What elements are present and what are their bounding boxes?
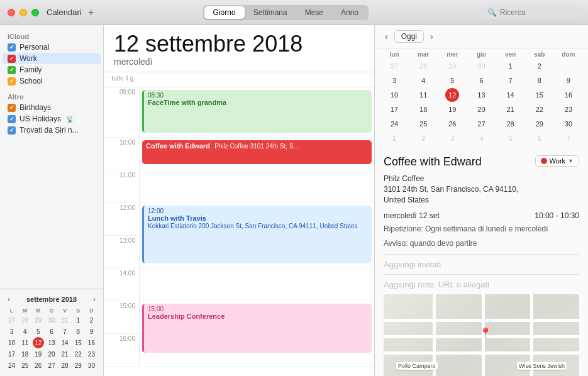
tab-settimana[interactable]: Settimana [245, 6, 296, 19]
mini-cal-day[interactable]: 3 [6, 326, 18, 337]
mini-month-day[interactable]: 26 [445, 117, 459, 131]
mini-month-day[interactable]: 3 [445, 131, 459, 145]
mini-month-day[interactable]: 10 [387, 88, 401, 102]
sidebar-item-family[interactable]: Family [3, 64, 101, 75]
mini-cal-day[interactable]: 14 [59, 337, 70, 348]
mini-month-day[interactable]: 24 [387, 117, 401, 131]
event-detail-add-notes[interactable]: Aggiungi note, URL o allegati [384, 280, 579, 289]
mini-cal-day[interactable]: 29 [33, 314, 44, 326]
checkbox-school[interactable] [8, 77, 16, 86]
mini-cal-day[interactable]: 18 [19, 348, 31, 360]
mini-cal-day[interactable]: 8 [72, 326, 84, 337]
mini-cal-prev[interactable]: ‹ [5, 294, 13, 304]
mini-month-day[interactable]: 5 [504, 131, 518, 145]
mini-cal-day[interactable]: 28 [19, 314, 31, 326]
mini-month-day[interactable]: 4 [474, 131, 488, 145]
mini-cal-next[interactable]: › [91, 294, 98, 304]
search-input[interactable] [500, 8, 575, 17]
close-button[interactable] [8, 9, 15, 16]
mini-month-day[interactable]: 1 [504, 59, 518, 73]
mini-month-day[interactable]: 2 [416, 131, 430, 145]
mini-cal-day[interactable]: 21 [59, 348, 70, 360]
mini-cal-day[interactable]: 7 [59, 326, 70, 337]
checkbox-birthdays[interactable] [8, 104, 16, 112]
sidebar-item-personal[interactable]: Personal [3, 41, 101, 53]
mini-cal-day[interactable]: 5 [33, 326, 44, 337]
oggi-button[interactable]: Oggi [394, 30, 424, 43]
mini-cal-day[interactable]: 27 [46, 360, 57, 371]
event-detail-map[interactable]: 📍 Pollo Campero Wise Sons Jewish [384, 294, 579, 376]
day-scroll[interactable]: tutto il g. 09:00 08:30 FaceTime with gr… [104, 72, 374, 376]
mini-month-day[interactable]: 27 [387, 59, 401, 73]
mini-month-day[interactable]: 6 [474, 74, 488, 87]
minimize-button[interactable] [19, 9, 27, 16]
mini-cal-day[interactable]: 4 [19, 326, 31, 337]
mini-month-day[interactable]: 4 [416, 74, 430, 87]
mini-cal-day[interactable]: 11 [19, 337, 31, 348]
event-facetime[interactable]: 08:30 FaceTime with grandma [142, 90, 372, 133]
mini-month-day[interactable]: 18 [416, 102, 430, 116]
checkbox-family[interactable] [8, 66, 16, 74]
tab-giorno[interactable]: Giorno [204, 6, 245, 19]
checkbox-work[interactable] [8, 55, 16, 63]
sidebar-item-birthdays[interactable]: Birthdays [3, 102, 101, 113]
mini-month-day[interactable]: 2 [533, 59, 546, 73]
mini-month-day[interactable]: 25 [416, 117, 430, 131]
mini-month-day[interactable]: 16 [562, 88, 575, 102]
mini-cal-day[interactable]: 24 [6, 360, 18, 371]
sidebar-item-siri[interactable]: Trovati da Siri n... [3, 124, 101, 136]
mini-cal-day[interactable]: 30 [46, 314, 57, 326]
mini-month-day[interactable]: 7 [562, 131, 575, 145]
mini-month-day[interactable]: 13 [474, 88, 488, 102]
mini-cal-day[interactable]: 17 [6, 348, 18, 360]
tab-mese[interactable]: Mese [296, 6, 332, 19]
mini-month-day[interactable]: 11 [416, 88, 430, 102]
event-detail-add-guests[interactable]: Aggiungi invitati [384, 260, 579, 269]
mini-month-day[interactable]: 28 [416, 59, 430, 73]
mini-cal-day[interactable]: 16 [86, 337, 97, 348]
mini-cal-day[interactable]: 2 [86, 314, 97, 326]
mini-cal-day[interactable]: 28 [59, 360, 70, 371]
mini-month-day[interactable]: 27 [474, 117, 488, 131]
mini-month-day[interactable]: 17 [387, 102, 401, 116]
sidebar-item-usholidays[interactable]: US Holidays 📡 [3, 113, 101, 124]
mini-cal-day[interactable]: 9 [86, 326, 97, 337]
mini-month-day[interactable]: 14 [504, 88, 518, 102]
mini-cal-day[interactable]: 10 [6, 337, 18, 348]
checkbox-personal[interactable] [8, 43, 16, 52]
mini-month-day[interactable]: 21 [504, 102, 518, 116]
event-coffee[interactable]: Coffee with Edward Philz Coffee 3101 24t… [142, 140, 372, 164]
mini-cal-day[interactable]: 20 [46, 348, 57, 360]
mini-cal-day[interactable]: 29 [72, 360, 84, 371]
mini-month-day[interactable]: 15 [533, 88, 546, 102]
mini-month-day[interactable]: 8 [533, 74, 546, 87]
mini-month-next[interactable]: › [426, 30, 437, 43]
mini-cal-day-today[interactable]: 12 [33, 337, 44, 348]
mini-month-day[interactable]: 30 [474, 59, 488, 73]
mini-cal-day[interactable]: 13 [46, 337, 57, 348]
mini-month-day[interactable]: 19 [445, 102, 459, 116]
mini-month-day[interactable]: 1 [387, 131, 401, 145]
add-calendar-button[interactable]: + [86, 7, 97, 18]
mini-cal-day[interactable]: 30 [86, 360, 97, 371]
sidebar-item-school[interactable]: School [3, 75, 101, 87]
mini-month-day[interactable]: 29 [445, 59, 459, 73]
mini-cal-day[interactable]: 23 [86, 348, 97, 360]
mini-month-day[interactable]: 9 [562, 74, 575, 87]
mini-month-day[interactable]: 5 [445, 74, 459, 87]
checkbox-usholidays[interactable] [8, 115, 16, 123]
mini-month-day[interactable]: 20 [474, 102, 488, 116]
mini-cal-day[interactable]: 25 [19, 360, 31, 371]
mini-cal-day[interactable]: 27 [6, 314, 18, 326]
mini-cal-day[interactable]: 19 [33, 348, 44, 360]
mini-month-day[interactable]: 22 [533, 102, 546, 116]
checkbox-siri[interactable] [8, 126, 16, 135]
mini-month-day[interactable]: 23 [562, 102, 575, 116]
fullscreen-button[interactable] [31, 9, 39, 16]
mini-cal-day[interactable]: 15 [72, 337, 84, 348]
tab-anno[interactable]: Anno [332, 6, 367, 19]
mini-cal-day[interactable]: 6 [46, 326, 57, 337]
mini-month-day-today[interactable]: 12 [445, 88, 459, 102]
mini-cal-day[interactable]: 22 [72, 348, 84, 360]
mini-month-day[interactable]: 7 [504, 74, 518, 87]
